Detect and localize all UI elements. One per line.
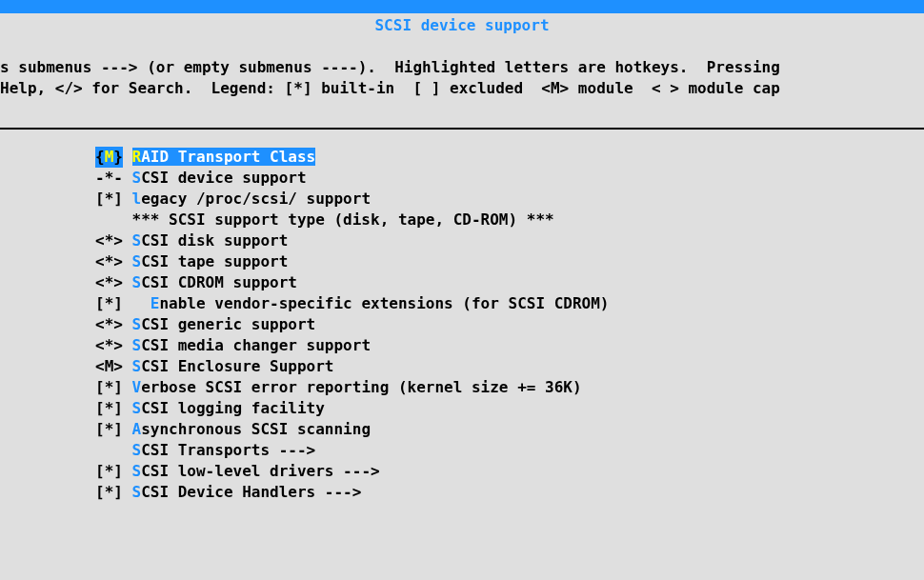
menu-item-label: CSI low-level drivers ---> — [141, 462, 379, 480]
menu-item-label: CSI CDROM support — [141, 273, 297, 291]
menu-item[interactable]: [*] Asynchronous SCSI scanning — [95, 419, 924, 440]
config-state[interactable]: [*] — [95, 419, 123, 440]
config-state[interactable]: <*> — [95, 251, 123, 272]
help-text: s submenus ---> (or empty submenus ----)… — [0, 36, 924, 99]
hotkey-letter: S — [132, 336, 142, 354]
menu-item[interactable]: [*] Verbose SCSI error reporting (kernel… — [95, 377, 924, 398]
config-state[interactable]: [*] — [95, 377, 123, 398]
config-state[interactable]: [*] — [95, 189, 123, 210]
menu-item[interactable]: [*] legacy /proc/scsi/ support — [95, 189, 924, 210]
config-state[interactable]: -*- — [95, 168, 123, 189]
config-state[interactable]: <*> — [95, 230, 123, 251]
lead-space — [123, 399, 132, 417]
config-state[interactable]: [*] — [95, 398, 123, 419]
menu-item[interactable]: [*] Enable vendor-specific extensions (f… — [95, 293, 924, 314]
hotkey-letter: l — [132, 190, 142, 208]
lead-space — [123, 231, 132, 250]
menu-item[interactable]: *** SCSI support type (disk, tape, CD-RO… — [95, 210, 924, 230]
help-line-1: s submenus ---> (or empty submenus ----)… — [0, 58, 780, 76]
menu-item-label: CSI disk support — [141, 231, 288, 250]
menu-item-label: synchronous SCSI scanning — [141, 420, 371, 438]
hotkey-letter: R — [132, 148, 142, 166]
hotkey-letter: S — [132, 357, 142, 375]
config-state[interactable]: <*> — [95, 314, 123, 335]
lead-space — [123, 462, 132, 480]
menu-item[interactable]: <*> SCSI CDROM support — [95, 272, 924, 293]
menu-item[interactable]: {M} RAID Transport Class — [95, 147, 924, 168]
lead-space — [123, 252, 132, 270]
lead-space — [123, 378, 132, 396]
lead-space — [123, 315, 132, 333]
menu-item-label: erbose SCSI error reporting (kernel size… — [141, 378, 581, 396]
hotkey-letter: S — [132, 231, 142, 250]
hotkey-letter: S — [132, 252, 142, 270]
menu-item[interactable]: [*] SCSI Device Handlers ---> — [95, 482, 924, 503]
menu-item-label: CSI tape support — [141, 252, 288, 270]
lead-space — [123, 210, 132, 229]
config-state[interactable]: <*> — [95, 335, 123, 356]
menu-item[interactable]: [*] SCSI low-level drivers ---> — [95, 461, 924, 482]
lead-space — [123, 483, 132, 501]
config-state[interactable]: [*] — [95, 293, 123, 314]
menu-list[interactable]: {M} RAID Transport Class-*- SCSI device … — [0, 130, 924, 503]
lead-space — [123, 273, 132, 291]
lead-space — [123, 294, 151, 312]
hotkey-letter: S — [132, 483, 142, 501]
menu-item-label: CSI Transports ---> — [141, 441, 315, 459]
menu-item[interactable]: [*] SCSI logging facility — [95, 398, 924, 419]
lead-space — [123, 169, 132, 187]
menu-item-label: AID Transport Class — [141, 148, 315, 166]
menu-item-label: CSI Enclosure Support — [141, 357, 333, 375]
menu-item[interactable]: <*> SCSI generic support — [95, 314, 924, 335]
menu-item-label: CSI generic support — [141, 315, 315, 333]
menu-item[interactable]: <*> SCSI media changer support — [95, 335, 924, 356]
config-state[interactable] — [95, 210, 123, 230]
menu-item[interactable]: <M> SCSI Enclosure Support — [95, 356, 924, 377]
hotkey-letter: V — [132, 378, 142, 396]
page-title: SCSI device support — [0, 13, 924, 36]
lead-space — [123, 441, 132, 459]
hotkey-letter: S — [132, 315, 142, 333]
help-line-2: Help, </> for Search. Legend: [*] built-… — [0, 79, 780, 97]
config-state[interactable] — [95, 440, 123, 461]
menu-item-label: CSI media changer support — [141, 336, 371, 354]
lead-space — [123, 190, 132, 208]
hotkey-letter: S — [132, 399, 142, 417]
menu-item-label: CSI logging facility — [141, 399, 325, 417]
menu-item-label: egacy /proc/scsi/ support — [141, 190, 371, 208]
menu-item-label: nable vendor-specific extensions (for SC… — [159, 294, 609, 312]
top-blue-bar — [0, 0, 924, 13]
hotkey-letter: A — [132, 420, 142, 438]
config-state[interactable]: [*] — [95, 461, 123, 482]
menu-item-label: CSI Device Handlers ---> — [141, 483, 361, 501]
config-state[interactable]: <*> — [95, 272, 123, 293]
config-state[interactable]: [*] — [95, 482, 123, 503]
lead-space — [123, 148, 132, 166]
hotkey-letter: S — [132, 273, 142, 291]
menu-item-label: CSI device support — [141, 169, 306, 187]
menu-item[interactable]: <*> SCSI disk support — [95, 230, 924, 251]
lead-space — [123, 336, 132, 354]
config-state[interactable]: <M> — [95, 356, 123, 377]
hotkey-letter: S — [132, 169, 142, 187]
menu-item[interactable]: -*- SCSI device support — [95, 168, 924, 189]
hotkey-letter: S — [132, 441, 142, 459]
menu-item-label: *** SCSI support type (disk, tape, CD-RO… — [132, 210, 554, 229]
lead-space — [123, 357, 132, 375]
menu-item[interactable]: <*> SCSI tape support — [95, 251, 924, 272]
lead-space — [123, 420, 132, 438]
config-state[interactable]: {M} — [95, 147, 123, 168]
hotkey-letter: S — [132, 462, 142, 480]
hotkey-letter: E — [151, 294, 160, 312]
menu-item[interactable]: SCSI Transports ---> — [95, 440, 924, 461]
